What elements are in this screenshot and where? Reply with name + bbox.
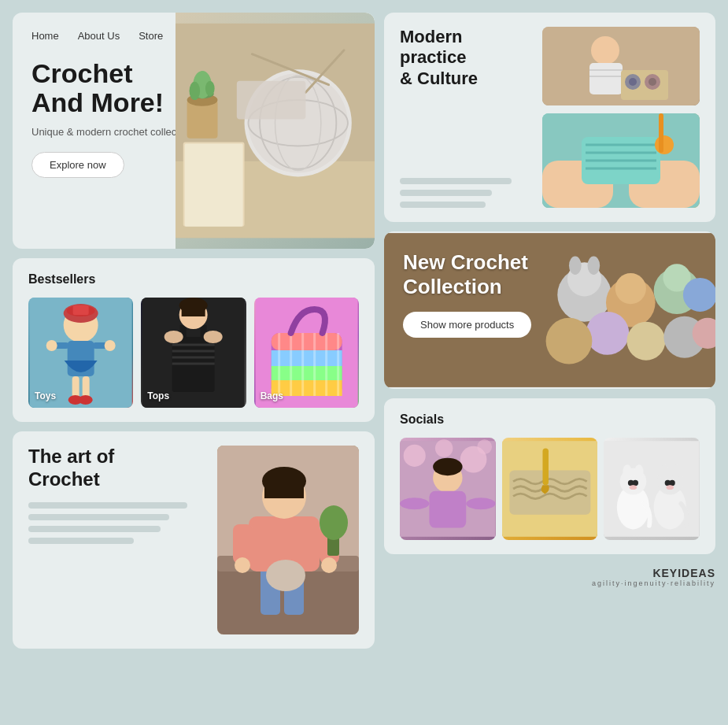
art-line-3 xyxy=(28,526,161,532)
modern-line-1 xyxy=(400,178,512,184)
product-card-tops[interactable]: Tops xyxy=(141,298,246,408)
collection-section: New Crochet Collection Show more product… xyxy=(384,231,715,389)
left-panel: Home About Us Store Contact 🔍 🛒 ♡ 👤 Croc… xyxy=(13,13,375,712)
keyideas-brand: KEYIDEAS xyxy=(384,567,715,579)
svg-point-68 xyxy=(266,560,305,591)
bags-label: Bags xyxy=(261,390,283,401)
svg-point-133 xyxy=(671,464,680,479)
svg-rect-11 xyxy=(237,81,306,120)
svg-point-136 xyxy=(667,485,674,490)
modern-description-lines xyxy=(400,178,531,208)
svg-point-128 xyxy=(633,480,638,486)
svg-point-118 xyxy=(433,458,462,475)
svg-rect-47 xyxy=(271,333,342,350)
modern-image-bottom xyxy=(542,113,700,208)
social-image-2[interactable] xyxy=(502,438,598,540)
nav-store[interactable]: Store xyxy=(139,30,163,42)
hero-section: Home About Us Store Contact 🔍 🛒 ♡ 👤 Croc… xyxy=(13,13,375,249)
svg-rect-48 xyxy=(271,350,342,366)
svg-point-66 xyxy=(235,557,250,573)
explore-button[interactable]: Explore now xyxy=(31,152,124,178)
svg-point-83 xyxy=(649,78,656,86)
show-more-button[interactable]: Show more products xyxy=(403,312,531,338)
svg-point-73 xyxy=(320,505,348,540)
social-image-1[interactable] xyxy=(400,438,496,540)
nav-home[interactable]: Home xyxy=(31,30,59,42)
svg-point-129 xyxy=(630,485,637,490)
svg-point-17 xyxy=(205,81,215,96)
modern-bottom-svg xyxy=(542,113,700,208)
svg-point-27 xyxy=(105,340,116,351)
svg-rect-22 xyxy=(73,305,89,315)
svg-point-41 xyxy=(204,331,223,343)
modern-section: Modern practice & Culture xyxy=(384,13,715,222)
svg-rect-28 xyxy=(72,376,79,398)
modern-top-svg xyxy=(542,27,700,105)
social-image-3[interactable] xyxy=(604,438,700,540)
svg-point-135 xyxy=(670,480,675,486)
socials-grid xyxy=(400,438,700,540)
bestsellers-title: Bestsellers xyxy=(28,272,359,287)
svg-rect-115 xyxy=(429,491,466,528)
modern-line-3 xyxy=(400,202,486,208)
svg-point-16 xyxy=(190,82,201,100)
svg-rect-3 xyxy=(185,144,243,227)
art-image xyxy=(217,446,359,634)
svg-rect-121 xyxy=(542,449,548,486)
svg-point-110 xyxy=(404,445,426,467)
svg-rect-71 xyxy=(264,481,304,498)
svg-point-92 xyxy=(655,135,674,154)
svg-point-117 xyxy=(466,498,495,509)
socials-title: Socials xyxy=(400,412,700,427)
modern-content: Modern practice & Culture xyxy=(400,27,531,208)
art-section: The art of Crochet xyxy=(13,431,375,649)
tops-label: Tops xyxy=(147,390,169,401)
svg-point-26 xyxy=(46,340,57,351)
keyideas-footer: KEYIDEAS agility·ingenuity·reliability xyxy=(384,564,715,590)
collection-title: New Crochet Collection xyxy=(403,250,697,299)
svg-point-67 xyxy=(321,557,337,573)
modern-images xyxy=(542,27,700,208)
social-3-svg xyxy=(604,438,700,540)
art-description-lines xyxy=(28,502,205,544)
modern-title: Modern practice & Culture xyxy=(400,27,531,89)
hero-image xyxy=(176,13,375,249)
modern-line-2 xyxy=(400,190,492,196)
svg-point-132 xyxy=(660,464,668,479)
art-text: The art of Crochet xyxy=(28,446,205,634)
bestsellers-section: Bestsellers xyxy=(13,258,375,422)
svg-point-111 xyxy=(435,439,453,457)
art-line-4 xyxy=(28,538,134,544)
product-card-toys[interactable]: Toys xyxy=(28,298,133,408)
svg-point-125 xyxy=(623,464,632,479)
art-line-2 xyxy=(28,514,169,520)
art-image-svg xyxy=(217,446,359,634)
svg-rect-44 xyxy=(182,305,205,316)
collection-text: New Crochet Collection Show more product… xyxy=(384,231,715,357)
svg-rect-76 xyxy=(589,63,623,94)
product-grid: Toys xyxy=(28,298,359,408)
svg-point-116 xyxy=(400,498,429,509)
art-title: The art of Crochet xyxy=(28,446,205,491)
svg-point-113 xyxy=(477,439,492,454)
svg-point-82 xyxy=(629,78,637,86)
social-2-svg xyxy=(502,438,598,540)
socials-section: Socials xyxy=(384,398,715,554)
right-panel: Modern practice & Culture xyxy=(384,13,715,712)
keyideas-tagline: agility·ingenuity·reliability xyxy=(384,579,715,587)
social-1-svg xyxy=(400,438,496,540)
nav-about[interactable]: About Us xyxy=(78,30,120,42)
art-line-1 xyxy=(28,502,187,509)
toys-label: Toys xyxy=(35,390,56,401)
svg-rect-49 xyxy=(271,366,342,380)
hero-image-svg xyxy=(176,13,375,249)
svg-rect-29 xyxy=(83,376,90,398)
svg-point-40 xyxy=(164,331,183,343)
svg-point-126 xyxy=(635,464,644,479)
modern-image-top xyxy=(542,27,700,105)
svg-point-31 xyxy=(79,395,93,405)
svg-point-75 xyxy=(591,36,619,65)
svg-rect-93 xyxy=(659,113,663,153)
product-card-bags[interactable]: Bags xyxy=(254,298,359,408)
